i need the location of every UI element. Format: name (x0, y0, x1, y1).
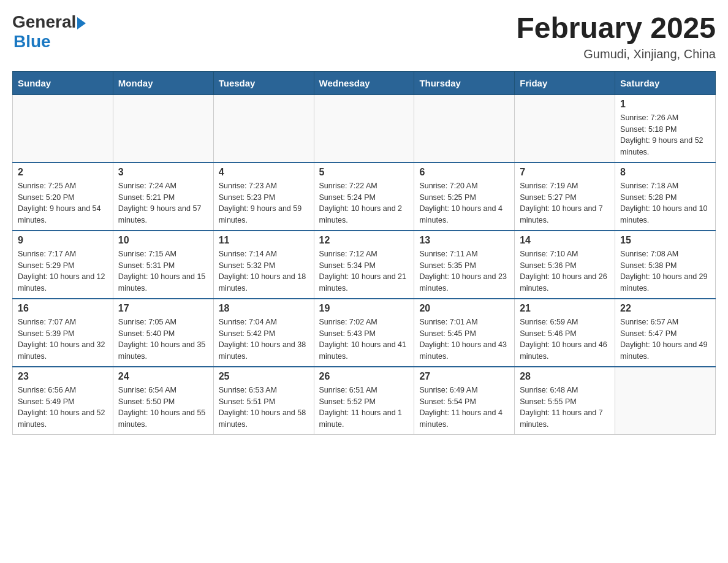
month-title: February 2025 (516, 12, 716, 45)
calendar-cell: 25Sunrise: 6:53 AMSunset: 5:51 PMDayligh… (213, 367, 314, 435)
day-info: Sunrise: 7:05 AMSunset: 5:40 PMDaylight:… (118, 316, 208, 362)
day-info: Sunrise: 6:54 AMSunset: 5:50 PMDaylight:… (118, 385, 208, 431)
day-info: Sunrise: 6:56 AMSunset: 5:49 PMDaylight:… (18, 385, 108, 431)
page-header: General Blue February 2025 Gumudi, Xinji… (12, 12, 716, 61)
day-number: 24 (118, 371, 208, 382)
day-number: 8 (620, 167, 710, 178)
calendar-cell: 2Sunrise: 7:25 AMSunset: 5:20 PMDaylight… (13, 163, 113, 231)
calendar-cell: 12Sunrise: 7:12 AMSunset: 5:34 PMDayligh… (314, 231, 414, 299)
day-number: 6 (419, 167, 509, 178)
day-info: Sunrise: 7:07 AMSunset: 5:39 PMDaylight:… (18, 316, 108, 362)
day-number: 17 (118, 303, 208, 314)
calendar-week-row: 9Sunrise: 7:17 AMSunset: 5:29 PMDaylight… (13, 231, 716, 299)
day-info: Sunrise: 6:49 AMSunset: 5:54 PMDaylight:… (419, 385, 509, 431)
calendar-cell: 13Sunrise: 7:11 AMSunset: 5:35 PMDayligh… (414, 231, 515, 299)
calendar-header-friday: Friday (515, 71, 615, 94)
calendar-cell: 9Sunrise: 7:17 AMSunset: 5:29 PMDaylight… (13, 231, 113, 299)
day-number: 1 (620, 99, 710, 110)
day-number: 15 (620, 235, 710, 246)
day-info: Sunrise: 7:14 AMSunset: 5:32 PMDaylight:… (219, 248, 309, 294)
day-number: 10 (118, 235, 208, 246)
day-number: 9 (18, 235, 108, 246)
calendar-cell: 24Sunrise: 6:54 AMSunset: 5:50 PMDayligh… (113, 367, 213, 435)
calendar-cell: 17Sunrise: 7:05 AMSunset: 5:40 PMDayligh… (113, 299, 213, 367)
calendar-cell (13, 94, 113, 163)
day-number: 21 (520, 303, 610, 314)
day-number: 2 (18, 167, 108, 178)
logo-general-text: General (12, 12, 76, 32)
day-info: Sunrise: 7:11 AMSunset: 5:35 PMDaylight:… (419, 248, 509, 294)
calendar-cell (615, 367, 716, 435)
calendar-cell: 22Sunrise: 6:57 AMSunset: 5:47 PMDayligh… (615, 299, 716, 367)
calendar-header-sunday: Sunday (13, 71, 113, 94)
calendar-cell: 27Sunrise: 6:49 AMSunset: 5:54 PMDayligh… (414, 367, 515, 435)
calendar-cell: 14Sunrise: 7:10 AMSunset: 5:36 PMDayligh… (515, 231, 615, 299)
day-number: 20 (419, 303, 509, 314)
calendar-cell: 28Sunrise: 6:48 AMSunset: 5:55 PMDayligh… (515, 367, 615, 435)
calendar-cell: 18Sunrise: 7:04 AMSunset: 5:42 PMDayligh… (213, 299, 314, 367)
calendar-cell: 4Sunrise: 7:23 AMSunset: 5:23 PMDaylight… (213, 163, 314, 231)
day-info: Sunrise: 6:53 AMSunset: 5:51 PMDaylight:… (219, 385, 309, 431)
title-section: February 2025 Gumudi, Xinjiang, China (516, 12, 716, 61)
day-number: 23 (18, 371, 108, 382)
calendar-cell: 19Sunrise: 7:02 AMSunset: 5:43 PMDayligh… (314, 299, 414, 367)
day-info: Sunrise: 7:24 AMSunset: 5:21 PMDaylight:… (118, 180, 208, 226)
day-info: Sunrise: 7:18 AMSunset: 5:28 PMDaylight:… (620, 180, 710, 226)
day-number: 26 (319, 371, 409, 382)
day-info: Sunrise: 7:23 AMSunset: 5:23 PMDaylight:… (219, 180, 309, 226)
calendar-header-thursday: Thursday (414, 71, 515, 94)
calendar-week-row: 16Sunrise: 7:07 AMSunset: 5:39 PMDayligh… (13, 299, 716, 367)
day-info: Sunrise: 7:12 AMSunset: 5:34 PMDaylight:… (319, 248, 409, 294)
calendar-cell: 20Sunrise: 7:01 AMSunset: 5:45 PMDayligh… (414, 299, 515, 367)
day-number: 13 (419, 235, 509, 246)
calendar-header-monday: Monday (113, 71, 213, 94)
day-info: Sunrise: 6:48 AMSunset: 5:55 PMDaylight:… (520, 385, 610, 431)
calendar-cell: 6Sunrise: 7:20 AMSunset: 5:25 PMDaylight… (414, 163, 515, 231)
calendar-cell: 5Sunrise: 7:22 AMSunset: 5:24 PMDaylight… (314, 163, 414, 231)
calendar-cell: 21Sunrise: 6:59 AMSunset: 5:46 PMDayligh… (515, 299, 615, 367)
calendar-cell (213, 94, 314, 163)
day-info: Sunrise: 7:01 AMSunset: 5:45 PMDaylight:… (419, 316, 509, 362)
calendar-cell: 3Sunrise: 7:24 AMSunset: 5:21 PMDaylight… (113, 163, 213, 231)
day-number: 11 (219, 235, 309, 246)
logo-blue-text: Blue (13, 32, 51, 52)
calendar-cell: 16Sunrise: 7:07 AMSunset: 5:39 PMDayligh… (13, 299, 113, 367)
day-number: 18 (219, 303, 309, 314)
calendar-header-wednesday: Wednesday (314, 71, 414, 94)
day-info: Sunrise: 6:59 AMSunset: 5:46 PMDaylight:… (520, 316, 610, 362)
calendar-cell: 8Sunrise: 7:18 AMSunset: 5:28 PMDaylight… (615, 163, 716, 231)
calendar-cell: 7Sunrise: 7:19 AMSunset: 5:27 PMDaylight… (515, 163, 615, 231)
day-number: 22 (620, 303, 710, 314)
day-number: 7 (520, 167, 610, 178)
day-info: Sunrise: 7:26 AMSunset: 5:18 PMDaylight:… (620, 112, 710, 158)
day-info: Sunrise: 7:17 AMSunset: 5:29 PMDaylight:… (18, 248, 108, 294)
calendar-cell: 1Sunrise: 7:26 AMSunset: 5:18 PMDaylight… (615, 94, 716, 163)
day-number: 25 (219, 371, 309, 382)
calendar-cell: 10Sunrise: 7:15 AMSunset: 5:31 PMDayligh… (113, 231, 213, 299)
day-info: Sunrise: 7:22 AMSunset: 5:24 PMDaylight:… (319, 180, 409, 226)
calendar-cell (414, 94, 515, 163)
calendar-table: SundayMondayTuesdayWednesdayThursdayFrid… (12, 71, 716, 435)
day-number: 5 (319, 167, 409, 178)
day-number: 12 (319, 235, 409, 246)
day-info: Sunrise: 7:02 AMSunset: 5:43 PMDaylight:… (319, 316, 409, 362)
calendar-cell (314, 94, 414, 163)
day-info: Sunrise: 6:57 AMSunset: 5:47 PMDaylight:… (620, 316, 710, 362)
calendar-week-row: 2Sunrise: 7:25 AMSunset: 5:20 PMDaylight… (13, 163, 716, 231)
day-info: Sunrise: 7:25 AMSunset: 5:20 PMDaylight:… (18, 180, 108, 226)
calendar-header-row: SundayMondayTuesdayWednesdayThursdayFrid… (13, 71, 716, 94)
calendar-cell: 15Sunrise: 7:08 AMSunset: 5:38 PMDayligh… (615, 231, 716, 299)
location-text: Gumudi, Xinjiang, China (516, 47, 716, 61)
logo: General Blue (12, 12, 86, 52)
day-info: Sunrise: 7:04 AMSunset: 5:42 PMDaylight:… (219, 316, 309, 362)
calendar-cell: 23Sunrise: 6:56 AMSunset: 5:49 PMDayligh… (13, 367, 113, 435)
day-number: 28 (520, 371, 610, 382)
calendar-cell (515, 94, 615, 163)
calendar-cell: 11Sunrise: 7:14 AMSunset: 5:32 PMDayligh… (213, 231, 314, 299)
calendar-header-saturday: Saturday (615, 71, 716, 94)
day-number: 14 (520, 235, 610, 246)
logo-arrow-icon (77, 17, 86, 29)
calendar-cell (113, 94, 213, 163)
day-number: 3 (118, 167, 208, 178)
day-info: Sunrise: 7:20 AMSunset: 5:25 PMDaylight:… (419, 180, 509, 226)
